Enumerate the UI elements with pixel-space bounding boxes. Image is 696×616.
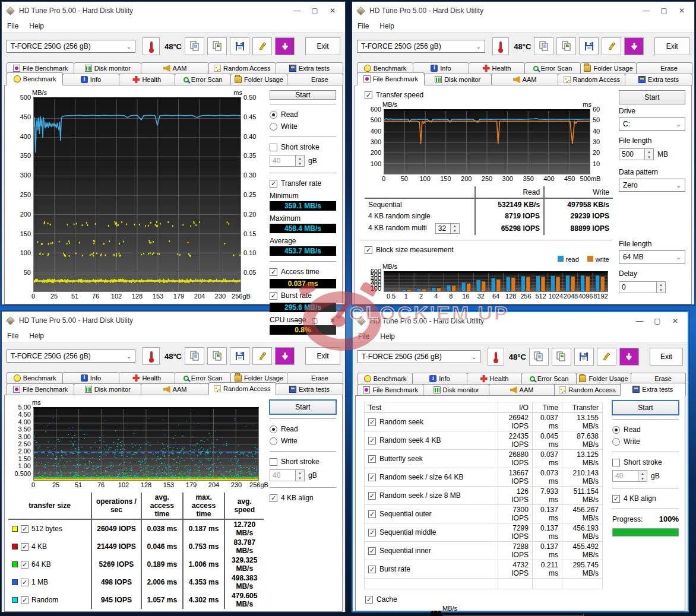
tab-health[interactable]: Health: [119, 372, 175, 384]
tab-erase[interactable]: Erase: [287, 372, 343, 384]
series-checkbox[interactable]: ✓: [21, 596, 29, 604]
thread-count-spinner[interactable]: 32▲▼: [435, 223, 460, 234]
maximize-button[interactable]: ▢: [648, 314, 666, 328]
write-radio[interactable]: Write: [270, 122, 336, 131]
read-radio[interactable]: Read: [270, 425, 336, 433]
tab-error-scan[interactable]: Error Scan: [521, 373, 577, 385]
tab-random-access[interactable]: Random Access: [558, 74, 625, 85]
tab-benchmark[interactable]: Benchmark: [358, 373, 413, 385]
tab-erase[interactable]: Erase: [636, 62, 692, 74]
menu-help[interactable]: Help: [375, 332, 400, 341]
save-button[interactable]: [230, 37, 249, 55]
test-checkbox[interactable]: ✓: [368, 492, 376, 500]
tab-file-benchmark[interactable]: File Benchmark: [7, 383, 74, 395]
options-button[interactable]: [597, 348, 616, 366]
copy-text-button[interactable]: [534, 37, 553, 55]
copy-image-button[interactable]: [207, 37, 227, 55]
tab-random-access[interactable]: Random Access: [208, 382, 276, 395]
copy-image-button[interactable]: [207, 347, 227, 365]
capacity-spinner[interactable]: 40▲▼: [612, 470, 647, 482]
block-file-length-select[interactable]: 64 MB⌄: [619, 250, 685, 263]
tab-error-scan[interactable]: Error Scan: [524, 62, 581, 74]
test-checkbox[interactable]: ✓: [368, 566, 376, 573]
data-pattern-select[interactable]: Zero⌄: [619, 179, 685, 192]
cache-checkbox[interactable]: ✓Cache: [365, 595, 606, 604]
target-drive-select[interactable]: C:⌄: [619, 118, 685, 131]
maximize-button[interactable]: ▢: [306, 4, 324, 18]
menu-file[interactable]: File: [352, 22, 374, 30]
options-button[interactable]: [252, 37, 272, 55]
update-button[interactable]: [624, 37, 644, 55]
series-checkbox[interactable]: ✓: [21, 579, 29, 586]
drive-select[interactable]: T-FORCE 250G (256 gB)⌄: [358, 350, 480, 363]
tab-folder-usage[interactable]: Folder Usage: [230, 74, 287, 85]
test-checkbox[interactable]: ✓: [368, 529, 376, 536]
tab-info[interactable]: Info: [412, 373, 467, 385]
4kb-align-checkbox[interactable]: ✓4 KB align: [612, 494, 679, 503]
update-button[interactable]: [275, 37, 295, 55]
series-checkbox[interactable]: ✓: [21, 525, 29, 533]
tab-extra-tests[interactable]: Extra tests: [276, 62, 343, 74]
tab-extra-tests[interactable]: Extra tests: [625, 74, 692, 85]
tab-disk-monitor[interactable]: Disk monitor: [423, 384, 489, 396]
close-button[interactable]: ✕: [673, 4, 691, 18]
tab-extra-tests[interactable]: Extra tests: [276, 383, 343, 395]
burst-rate-checkbox[interactable]: ✓Burst rate: [270, 291, 336, 300]
transfer-speed-checkbox[interactable]: ✓Transfer speed: [365, 91, 613, 99]
close-button[interactable]: ✕: [666, 314, 684, 328]
temperature-icon[interactable]: [488, 348, 504, 366]
4kb-align-checkbox[interactable]: ✓4 KB align: [270, 494, 336, 502]
copy-text-button[interactable]: [185, 347, 204, 365]
start-button[interactable]: Start: [270, 90, 336, 100]
exit-button[interactable]: Exit: [305, 37, 340, 55]
tab-extra-tests[interactable]: Extra tests: [620, 383, 686, 396]
tab-aam[interactable]: AAM: [491, 74, 559, 85]
tab-error-scan[interactable]: Error Scan: [175, 74, 231, 85]
copy-text-button[interactable]: [185, 37, 204, 55]
delay-spinner[interactable]: 0▲▼: [619, 281, 666, 293]
capacity-spinner[interactable]: 40▲▼: [270, 469, 305, 481]
read-radio[interactable]: Read: [612, 426, 679, 434]
menu-file[interactable]: File: [2, 22, 24, 30]
tab-disk-monitor[interactable]: Disk monitor: [74, 383, 141, 395]
save-button[interactable]: [230, 347, 249, 365]
test-checkbox[interactable]: ✓: [368, 437, 376, 444]
temperature-icon[interactable]: [143, 37, 160, 55]
tab-info[interactable]: Info: [62, 74, 119, 85]
copy-text-button[interactable]: [529, 348, 549, 366]
drive-select[interactable]: T-FORCE 250G (256 gB)⌄: [7, 40, 135, 53]
menu-help[interactable]: Help: [24, 332, 49, 340]
update-button[interactable]: [619, 348, 639, 366]
series-checkbox[interactable]: ✓: [21, 561, 29, 569]
tab-file-benchmark[interactable]: File Benchmark: [358, 384, 423, 396]
tab-folder-usage[interactable]: Folder Usage: [580, 62, 637, 74]
short-stroke-checkbox[interactable]: Short stroke: [270, 143, 336, 151]
write-radio[interactable]: Write: [270, 437, 336, 445]
tab-health[interactable]: Health: [467, 373, 522, 385]
menu-help[interactable]: Help: [24, 22, 49, 30]
tab-disk-monitor[interactable]: Disk monitor: [424, 74, 492, 85]
drive-select[interactable]: T-FORCE 250G (256 gB)⌄: [357, 40, 485, 53]
copy-image-button[interactable]: [552, 348, 571, 366]
title-bar[interactable]: HD Tune Pro 5.00 - Hard Disk Utility — ▢…: [2, 2, 345, 20]
save-button[interactable]: [574, 348, 594, 366]
transfer-rate-checkbox[interactable]: ✓Transfer rate: [270, 179, 336, 188]
tab-benchmark[interactable]: Benchmark: [7, 72, 63, 85]
tab-disk-monitor[interactable]: Disk monitor: [74, 62, 141, 74]
menu-file[interactable]: File: [353, 332, 375, 341]
title-bar[interactable]: HD Tune Pro 5.00 - Hard Disk Utility — ▢…: [353, 312, 688, 330]
test-checkbox[interactable]: ✓: [368, 455, 376, 463]
drive-select[interactable]: T-FORCE 250G (256 gB)⌄: [7, 350, 135, 363]
menu-file[interactable]: File: [2, 332, 24, 340]
minimize-button[interactable]: —: [637, 4, 655, 18]
minimize-button[interactable]: —: [631, 314, 648, 328]
options-button[interactable]: [252, 347, 272, 365]
test-checkbox[interactable]: ✓: [368, 547, 376, 555]
tab-aam[interactable]: AAM: [141, 62, 208, 74]
test-checkbox[interactable]: ✓: [368, 474, 376, 481]
file-length-spinner[interactable]: 500▲▼: [619, 148, 654, 160]
tab-info[interactable]: Info: [62, 372, 119, 384]
tab-aam[interactable]: AAM: [489, 384, 555, 396]
close-button[interactable]: ✕: [324, 4, 341, 18]
tab-health[interactable]: Health: [119, 74, 175, 85]
